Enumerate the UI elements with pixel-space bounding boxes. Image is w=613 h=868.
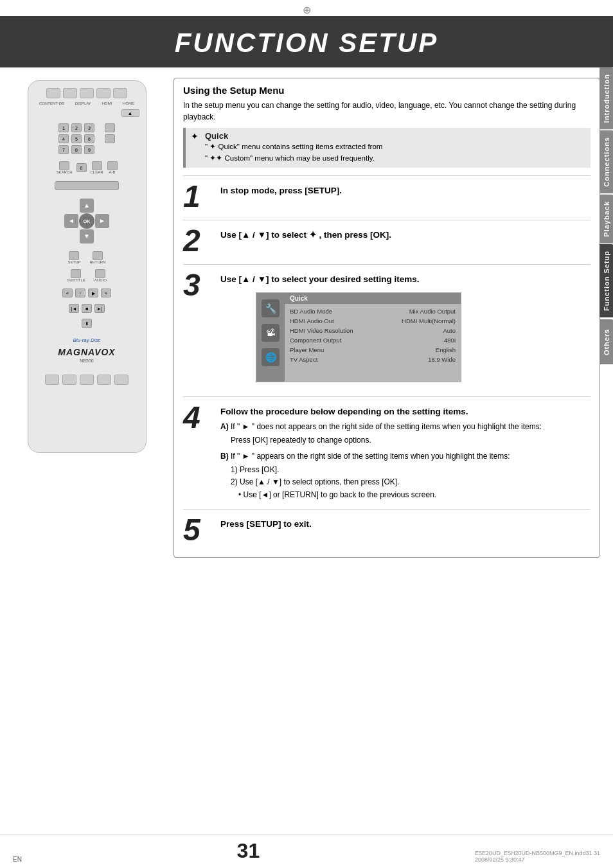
tab-function-setup[interactable]: Function Setup (600, 244, 613, 317)
num-5: 5 (71, 134, 82, 143)
remote-search-row: SEARCH 0 CLEAR A-B (56, 161, 117, 174)
remote-btn-5 (113, 88, 127, 98)
dpad-left: ◄ (64, 214, 78, 228)
footer-en: EN (13, 856, 22, 863)
tab-others[interactable]: Others (600, 319, 613, 364)
qm-row-label: HDMI Audio Out (290, 317, 334, 324)
ab-btn (107, 161, 118, 170)
step4-a: A) If " ► " does not appears on the righ… (220, 421, 591, 433)
quick-text-1: " ✦ Quick" menu contains setting items e… (205, 141, 382, 152)
bottom-btn-1 (45, 375, 59, 385)
step-2-number: 2 (183, 226, 215, 256)
slow-btn: ‹ (75, 288, 85, 297)
prev-btn: |◄ (69, 304, 79, 313)
setup-menu-section: Using the Setup Menu In the setup menu y… (173, 78, 600, 558)
step-2-content: Use [▲ / ▼] to select ✦ , then press [OK… (220, 226, 591, 242)
tab-playback[interactable]: Playback (600, 195, 613, 244)
pause-btn: ⏸ (82, 319, 92, 328)
rew-btn: « (62, 288, 73, 297)
remote-dpad: ▲ ▼ ◄ ► OK (64, 199, 109, 244)
remote-logo-area: Blu-ray Disc MAGNAVOX NB500 (58, 337, 115, 366)
qm-row: TV Aspect16:9 Wide (290, 355, 456, 364)
remote-pause-row: ⏸ (82, 319, 92, 328)
qm-rows: BD Audio ModeMix Audio OutputHDMI Audio … (285, 304, 461, 367)
bottom-btn-3 (80, 375, 94, 385)
step-1-number: 1 (183, 181, 215, 212)
step-3-content: Use [▲ / ▼] to select your desired setti… (220, 270, 591, 389)
qm-row: HDMI Video ResolutionAuto (290, 326, 456, 335)
qm-icons: 🔧 📽 🌐 (256, 293, 285, 382)
step-3-text: Use [▲ / ▼] to select your desired setti… (220, 274, 591, 286)
step4-b-sub1: 1) Press [OK]. (231, 464, 591, 476)
remote-numpad-row2: 4 5 6 (58, 134, 115, 143)
remote-top-row (46, 88, 127, 98)
remote-label-1: CONTENT-DB (39, 102, 64, 105)
step-4-text: Follow the procedure below depending on … (220, 406, 591, 418)
remote-label-2: DISPLAY (75, 102, 91, 105)
section-title: Using the Setup Menu (183, 85, 591, 96)
step-3: 3 Use [▲ / ▼] to select your desired set… (183, 264, 591, 389)
subtitle-label: SUBTITLE (67, 278, 85, 282)
step4-b-sub2: 2) Use [▲ / ▼] to select options, then p… (231, 476, 591, 488)
remote-transport-row1: « ‹ ▶ » (62, 288, 111, 297)
num-9: 9 (84, 145, 94, 154)
qm-row-label: Player Menu (290, 346, 324, 353)
tab-introduction[interactable]: Introduction (600, 67, 613, 129)
step4-b-bullet: • Use [◄] or [RETURN] to go back to the … (238, 489, 591, 501)
qm-right: Quick BD Audio ModeMix Audio OutputHDMI … (285, 293, 461, 382)
top-crosshair: ⊕ (0, 0, 613, 16)
step-5-number: 5 (183, 515, 215, 545)
qm-row-value: HDMI Multi(Normal) (402, 317, 456, 324)
tab-connections[interactable]: Connections (600, 130, 613, 193)
quick-box: ✦ Quick " ✦ Quick" menu contains setting… (183, 128, 591, 168)
right-column: Using the Setup Menu In the setup menu y… (167, 67, 613, 571)
step-4: 4 Follow the procedure below depending o… (183, 396, 591, 501)
remote-transport-row2: |◄ ■ ►| (69, 304, 105, 313)
step4-a-text: If " ► " does not appears on the right s… (231, 422, 542, 431)
qm-row-value: Mix Audio Output (409, 308, 456, 315)
qm-row: BD Audio ModeMix Audio Output (290, 306, 456, 316)
quick-title: Quick (205, 131, 382, 141)
remote-control: CONTENT-DB DISPLAY HDMI HOME ▲ 1 2 3 (28, 80, 147, 453)
step4-body: A) If " ► " does not appears on the righ… (220, 421, 591, 501)
clear-btn (92, 161, 102, 170)
num-7: 7 (58, 145, 69, 154)
side-tabs: Introduction Connections Playback Functi… (600, 67, 613, 364)
num-6: 6 (84, 134, 94, 143)
top-menu-btn (55, 181, 119, 190)
dpad-down: ▼ (80, 229, 94, 244)
num-4: 4 (58, 134, 69, 143)
remote-numpad-row1: 1 2 3 (58, 123, 115, 132)
qm-row-value: Auto (443, 327, 456, 334)
step-2-text: Use [▲ / ▼] to select ✦ , then press [OK… (220, 229, 591, 242)
qm-icon-video: 📽 (262, 324, 280, 342)
audio-label: AUDIO (94, 278, 107, 282)
remote-btn-4 (96, 88, 111, 98)
quick-menu-screenshot: 🔧 📽 🌐 Quick BD Audio ModeMix Audio Outpu… (256, 292, 461, 382)
page-footer: EN 31 E5E20UD_E5H20UD-NB500MG9_EN.indd31… (0, 835, 613, 868)
qm-row-label: BD Audio Mode (290, 308, 332, 315)
bottom-btn-4 (97, 375, 111, 385)
quick-text-2: " ✦✦ Custom" menu which may be used freq… (205, 152, 382, 164)
qm-header: Quick (285, 293, 461, 304)
num-0: 0 (76, 163, 87, 172)
step-5-content: Press [SETUP] to exit. (220, 515, 591, 531)
remote-btn-2 (63, 88, 77, 98)
return-label: RETURN (90, 260, 106, 264)
step-3-number: 3 (183, 270, 215, 301)
dpad-ok: OK (79, 213, 94, 229)
remote-setup-row: SETUP RETURN (67, 251, 105, 264)
ab-label: A-B (109, 170, 116, 174)
num-8: 8 (71, 145, 82, 154)
dpad-up: ▲ (80, 199, 94, 213)
search-btn (59, 161, 69, 170)
eject-btn: ▲ (121, 109, 139, 117)
remote-wide-row (55, 181, 119, 190)
remote-func-1 (105, 123, 115, 132)
num-2: 2 (71, 123, 82, 132)
remote-subtitle-row: SUBTITLE AUDIO (67, 269, 107, 282)
step4-b: B) If " ► " appears on the right side of… (220, 450, 591, 463)
remote-numpad-row3: 7 8 9 (58, 145, 115, 154)
dpad-right: ► (95, 214, 109, 228)
step-4-text-line1: Follow the procedure below depending on … (220, 407, 468, 416)
